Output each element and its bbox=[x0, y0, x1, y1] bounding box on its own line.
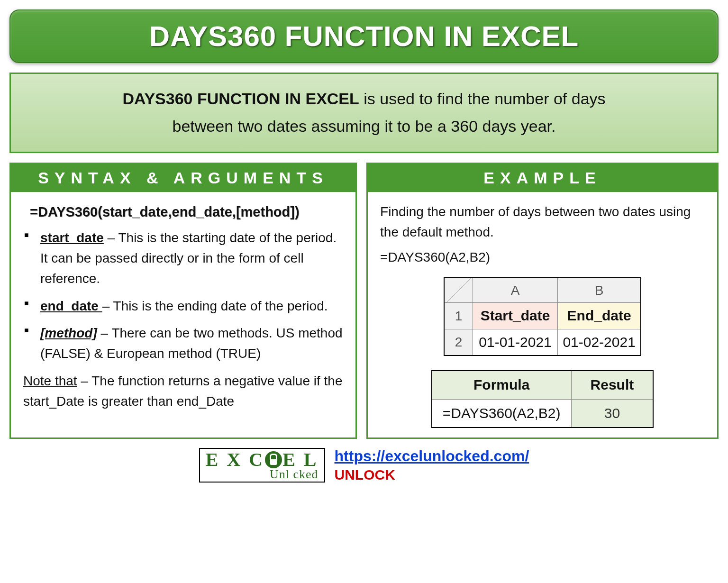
example-result-table: Formula Result =DAYS360(A2,B2) 30 bbox=[431, 370, 654, 428]
columns: SYNTAX & ARGUMENTS =DAYS360(start_date,e… bbox=[9, 163, 719, 439]
logo-text-1: E X C bbox=[206, 451, 264, 469]
arg-desc-end-date: – This is the ending date of the period. bbox=[102, 299, 328, 313]
example-body: Finding the number of days between two d… bbox=[368, 192, 717, 438]
col-header-b: B bbox=[558, 278, 641, 303]
argument-list: start_date – This is the starting date o… bbox=[23, 228, 343, 364]
cell-b2: 01-02-2021 bbox=[558, 329, 641, 355]
description-box: DAYS360 FUNCTION IN EXCEL is used to fin… bbox=[9, 73, 719, 153]
table-corner bbox=[444, 278, 473, 303]
row-header-2: 2 bbox=[444, 329, 473, 355]
logo: E X C E L Unl cked bbox=[199, 448, 325, 483]
arg-name-start-date: start_date bbox=[40, 230, 104, 245]
footer-url[interactable]: https://excelunlocked.com/ bbox=[335, 447, 529, 465]
example-data-table: A B 1 Start_date End_date 2 01-01-2021 0… bbox=[444, 277, 641, 356]
arg-method: [method] – There can be two methods. US … bbox=[23, 323, 343, 364]
example-panel: EXAMPLE Finding the number of days betwe… bbox=[366, 163, 719, 439]
footer: E X C E L Unl cked https://excelunlocked… bbox=[9, 447, 719, 483]
footer-links: https://excelunlocked.com/ UNLOCK bbox=[335, 447, 529, 483]
lock-icon bbox=[265, 451, 282, 468]
logo-bottom-row: Unl cked bbox=[206, 469, 318, 481]
description-bold: DAYS360 FUNCTION IN EXCEL bbox=[122, 90, 359, 108]
note-label: Note that bbox=[23, 373, 77, 388]
example-heading: EXAMPLE bbox=[368, 164, 717, 192]
result-formula-cell: =DAYS360(A2,B2) bbox=[432, 399, 571, 428]
arg-name-end-date: end_date bbox=[40, 299, 102, 313]
cell-a1: Start_date bbox=[473, 303, 558, 329]
example-intro: Finding the number of days between two d… bbox=[380, 201, 705, 243]
syntax-note: Note that – The function returns a negat… bbox=[23, 371, 343, 412]
syntax-formula: =DAYS360(start_date,end_date,[method]) bbox=[30, 201, 343, 223]
description-text-2: between two dates assuming it to be a 36… bbox=[173, 117, 556, 135]
result-value-cell: 30 bbox=[571, 399, 653, 428]
result-header-formula: Formula bbox=[432, 371, 571, 399]
result-header-result: Result bbox=[571, 371, 653, 399]
arg-end-date: end_date – This is the ending date of th… bbox=[23, 296, 343, 316]
syntax-heading: SYNTAX & ARGUMENTS bbox=[11, 164, 355, 192]
title-bar: DAYS360 FUNCTION IN EXCEL bbox=[9, 9, 719, 63]
syntax-body: =DAYS360(start_date,end_date,[method]) s… bbox=[11, 192, 355, 421]
syntax-panel: SYNTAX & ARGUMENTS =DAYS360(start_date,e… bbox=[9, 163, 357, 439]
logo-text-2: E L bbox=[282, 451, 318, 469]
description-text-1: is used to find the number of days bbox=[359, 90, 606, 108]
arg-name-method: [method] bbox=[40, 326, 97, 340]
footer-unlock: UNLOCK bbox=[335, 467, 529, 483]
cell-b1: End_date bbox=[558, 303, 641, 329]
row-header-1: 1 bbox=[444, 303, 473, 329]
cell-a2: 01-01-2021 bbox=[473, 329, 558, 355]
example-formula-text: =DAYS360(A2,B2) bbox=[380, 247, 705, 267]
logo-top-row: E X C E L bbox=[206, 451, 318, 469]
col-header-a: A bbox=[473, 278, 558, 303]
arg-start-date: start_date – This is the starting date o… bbox=[23, 228, 343, 289]
page-title: DAYS360 FUNCTION IN EXCEL bbox=[25, 20, 703, 53]
